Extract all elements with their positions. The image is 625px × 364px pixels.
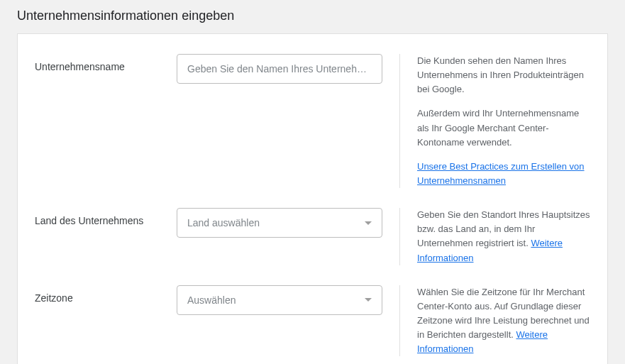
country-help: Geben Sie den Standort Ihres Hauptsitzes… (399, 208, 590, 265)
business-name-help: Die Kunden sehen den Namen Ihres Unterne… (399, 54, 590, 188)
business-name-field-col (177, 54, 382, 84)
country-select[interactable]: Land auswählen (177, 208, 382, 238)
chevron-down-icon (365, 298, 372, 302)
business-name-help-link[interactable]: Unsere Best Practices zum Erstellen von … (417, 161, 585, 186)
timezone-help-text: Wählen Sie die Zeitzone für Ihr Merchant… (417, 287, 590, 340)
business-name-help-text-1: Die Kunden sehen den Namen Ihres Unterne… (417, 54, 590, 96)
row-country: Land des Unternehmens Land auswählen Geb… (35, 208, 590, 265)
row-timezone: Zeitzone Auswählen Wählen Sie die Zeitzo… (35, 285, 590, 357)
business-name-label: Unternehmensname (35, 54, 177, 72)
timezone-select-value: Auswählen (187, 294, 236, 306)
timezone-help: Wählen Sie die Zeitzone für Ihr Merchant… (399, 285, 590, 357)
form-card: Unternehmensname Die Kunden sehen den Na… (17, 33, 608, 364)
timezone-label: Zeitzone (35, 285, 177, 304)
page-title: Unternehmensinformationen eingeben (0, 0, 625, 33)
country-help-text: Geben Sie den Standort Ihres Hauptsitzes… (417, 209, 590, 248)
business-name-input[interactable] (177, 54, 382, 84)
country-field-col: Land auswählen (177, 208, 382, 238)
timezone-select[interactable]: Auswählen (177, 285, 382, 315)
chevron-down-icon (365, 221, 372, 225)
timezone-field-col: Auswählen (177, 285, 382, 315)
country-label: Land des Unternehmens (35, 208, 177, 226)
business-name-help-text-2: Außerdem wird Ihr Unternehmensname als I… (417, 106, 590, 149)
row-business-name: Unternehmensname Die Kunden sehen den Na… (35, 54, 590, 188)
country-select-value: Land auswählen (187, 217, 260, 228)
